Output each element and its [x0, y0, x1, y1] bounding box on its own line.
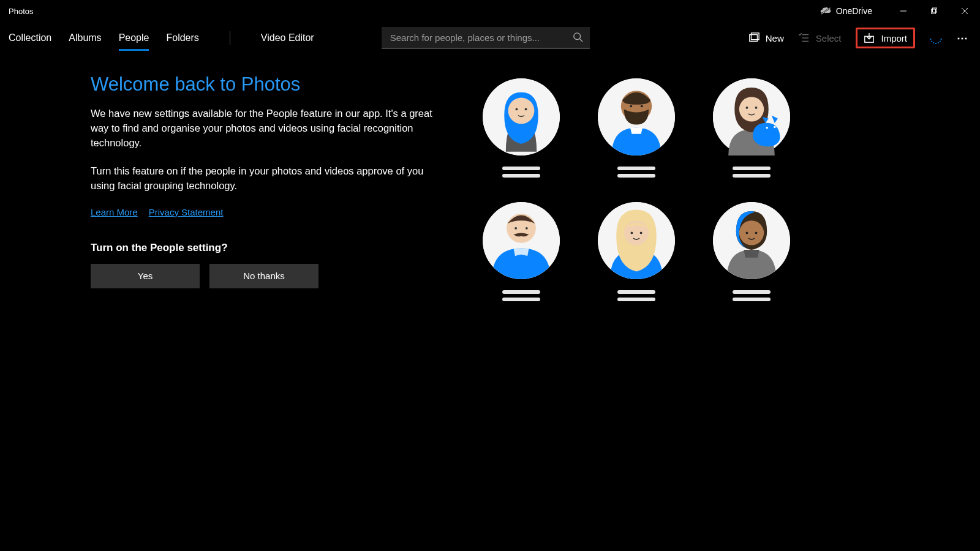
- svg-point-30: [766, 127, 768, 129]
- import-icon: [864, 32, 875, 43]
- svg-point-34: [514, 227, 517, 230]
- cloud-off-icon: [820, 7, 831, 15]
- toolbar: Collection Albums People Folders Video E…: [0, 22, 980, 54]
- more-button[interactable]: ⋯: [957, 31, 969, 45]
- avatar-woman-blue-hair: [713, 202, 790, 301]
- svg-line-8: [579, 39, 582, 42]
- svg-point-43: [755, 232, 758, 234]
- svg-point-17: [508, 98, 535, 124]
- svg-rect-4: [933, 8, 937, 12]
- search-input[interactable]: [390, 32, 573, 43]
- new-label: New: [766, 33, 784, 43]
- nav-separator: [230, 31, 230, 45]
- tab-collection[interactable]: Collection: [9, 26, 51, 50]
- svg-point-35: [526, 227, 528, 230]
- yes-button[interactable]: Yes: [91, 264, 200, 288]
- avatar-caption-placeholder: [502, 167, 540, 178]
- onedrive-status[interactable]: OneDrive: [820, 6, 872, 16]
- nav-tabs: Collection Albums People Folders Video E…: [9, 26, 314, 50]
- svg-point-31: [774, 126, 776, 129]
- select-icon: [799, 33, 810, 43]
- app-title: Photos: [9, 7, 33, 16]
- tab-folders[interactable]: Folders: [166, 26, 198, 50]
- avatar-caption-placeholder: [617, 167, 655, 178]
- titlebar: Photos OneDrive: [0, 0, 980, 22]
- privacy-statement-link[interactable]: Privacy Statement: [149, 207, 224, 217]
- svg-point-42: [746, 232, 748, 234]
- svg-rect-3: [932, 9, 936, 13]
- avatar-icon: [598, 202, 675, 279]
- svg-rect-10: [751, 33, 759, 40]
- svg-point-25: [739, 97, 764, 121]
- new-icon: [748, 32, 760, 43]
- import-button[interactable]: Import: [856, 28, 915, 48]
- tab-video-editor[interactable]: Video Editor: [261, 26, 314, 50]
- avatar-caption-placeholder: [617, 290, 655, 301]
- avatar-woman-blonde: [598, 202, 675, 301]
- search-icon: [573, 32, 584, 43]
- tab-people[interactable]: People: [119, 26, 149, 50]
- close-button[interactable]: [949, 0, 980, 22]
- onedrive-label: OneDrive: [836, 6, 872, 16]
- svg-point-27: [755, 107, 758, 109]
- svg-point-23: [641, 105, 643, 107]
- svg-point-19: [525, 108, 527, 111]
- tab-albums[interactable]: Albums: [69, 26, 101, 50]
- learn-more-link[interactable]: Learn More: [91, 207, 138, 217]
- svg-point-18: [516, 108, 518, 111]
- select-label: Select: [816, 33, 842, 43]
- avatar-icon: [483, 202, 560, 279]
- avatar-grid: [483, 78, 790, 301]
- avatar-woman-hijab: [483, 78, 560, 178]
- avatar-icon: [713, 78, 790, 156]
- svg-point-7: [573, 33, 580, 40]
- avatar-icon: [598, 78, 675, 156]
- import-label: Import: [881, 33, 907, 43]
- avatar-caption-placeholder: [733, 290, 771, 301]
- maximize-button[interactable]: [919, 0, 949, 22]
- avatar-woman-cat: [713, 78, 790, 178]
- svg-point-38: [631, 232, 633, 234]
- search-box[interactable]: [382, 27, 590, 49]
- main-content: Welcome back to Photos We have new setti…: [0, 54, 980, 301]
- people-setting-question: Turn on the People setting?: [91, 242, 446, 254]
- avatar-icon: [483, 78, 560, 156]
- svg-point-22: [630, 105, 632, 107]
- welcome-paragraph-2: Turn this feature on if the people in yo…: [91, 164, 446, 193]
- svg-point-26: [746, 107, 748, 109]
- avatar-man-beard: [598, 78, 675, 178]
- no-thanks-button[interactable]: No thanks: [209, 264, 318, 288]
- svg-point-39: [640, 232, 643, 234]
- svg-point-41: [739, 220, 764, 245]
- svg-rect-9: [750, 35, 758, 42]
- page-title: Welcome back to Photos: [91, 73, 446, 96]
- loading-spinner-icon: [927, 29, 944, 47]
- avatar-man-mustache: [483, 202, 560, 301]
- welcome-paragraph-1: We have new settings available for the P…: [91, 107, 446, 151]
- minimize-button[interactable]: [888, 0, 919, 22]
- select-button: Select: [799, 33, 842, 43]
- new-button[interactable]: New: [748, 32, 784, 43]
- avatar-caption-placeholder: [502, 290, 540, 301]
- avatar-caption-placeholder: [733, 167, 771, 178]
- avatar-icon: [713, 202, 790, 279]
- welcome-panel: Welcome back to Photos We have new setti…: [91, 73, 446, 301]
